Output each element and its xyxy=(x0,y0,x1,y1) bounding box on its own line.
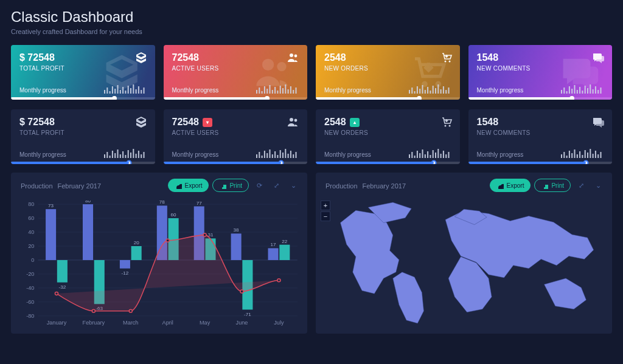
chevron-down-icon[interactable]: ⌄ xyxy=(591,179,605,192)
world-map[interactable] xyxy=(322,198,606,328)
progress-bar[interactable] xyxy=(316,162,460,164)
svg-rect-46 xyxy=(427,87,428,94)
svg-rect-185 xyxy=(279,245,290,260)
svg-rect-26 xyxy=(264,86,265,94)
svg-rect-81 xyxy=(130,153,131,158)
stat-card-users[interactable]: 72548 ACTIVE USERS Monthly progress xyxy=(164,45,308,100)
stat-label: TOTAL PROFIT xyxy=(19,129,147,136)
svg-text:-40: -40 xyxy=(26,285,34,291)
svg-rect-104 xyxy=(411,152,412,158)
progress-bar[interactable] xyxy=(164,162,308,164)
svg-rect-115 xyxy=(440,154,441,158)
stat-card-comments[interactable]: 1548 NEW COMMENTS Monthly progress xyxy=(468,109,613,164)
stat-value: 1548 xyxy=(477,117,604,128)
stat-value: 2548 xyxy=(324,52,451,63)
progress-bar[interactable] xyxy=(468,162,613,164)
progress-bar[interactable] xyxy=(316,97,460,100)
svg-rect-59 xyxy=(571,89,573,94)
page-subtitle: Creatively crafted Dashboard for your ne… xyxy=(11,28,612,35)
svg-rect-79 xyxy=(125,155,126,158)
svg-point-193 xyxy=(240,290,243,293)
stat-card-comments[interactable]: 1548 NEW COMMENTS Monthly progress xyxy=(468,45,613,100)
stat-card-orders[interactable]: 2548▴ NEW ORDERS Monthly progress xyxy=(316,109,460,164)
svg-rect-110 xyxy=(427,151,428,158)
svg-rect-103 xyxy=(409,154,410,158)
svg-rect-18 xyxy=(133,84,134,94)
stat-card-orders[interactable]: 2548 NEW ORDERS Monthly progress xyxy=(316,45,460,100)
export-button[interactable]: Export xyxy=(490,179,531,192)
boxes-icon xyxy=(134,51,148,67)
svg-rect-113 xyxy=(435,153,436,158)
svg-rect-88 xyxy=(259,152,260,158)
svg-rect-98 xyxy=(285,149,286,158)
svg-rect-12 xyxy=(117,85,118,94)
progress-bar[interactable] xyxy=(164,97,308,100)
progress-bar[interactable] xyxy=(468,97,613,100)
stat-label: NEW ORDERS xyxy=(324,129,451,136)
stat-card-profit[interactable]: $ 72548 TOTAL PROFIT Monthly progress xyxy=(11,109,155,164)
monthly-progress-label: Monthly progress xyxy=(19,151,66,158)
svg-rect-65 xyxy=(587,88,588,94)
cart-icon xyxy=(439,51,453,67)
svg-rect-70 xyxy=(600,88,602,94)
svg-rect-64 xyxy=(585,86,586,94)
svg-rect-87 xyxy=(256,154,257,158)
svg-text:May: May xyxy=(200,320,211,326)
svg-rect-117 xyxy=(445,154,447,158)
svg-rect-83 xyxy=(135,154,136,158)
svg-rect-53 xyxy=(445,90,447,94)
svg-rect-47 xyxy=(430,91,431,94)
svg-rect-21 xyxy=(141,90,142,94)
production-map-panel: Production February 2017 Export Print ⤢ … xyxy=(316,173,612,334)
svg-text:20: 20 xyxy=(134,240,140,246)
svg-text:February: February xyxy=(83,320,105,326)
caret-up-icon: ▴ xyxy=(350,118,360,127)
sparkline xyxy=(561,83,604,94)
svg-rect-33 xyxy=(282,88,284,94)
print-button[interactable]: Print xyxy=(212,179,249,192)
svg-text:77: 77 xyxy=(197,201,203,205)
svg-rect-86 xyxy=(143,152,144,158)
cart-icon xyxy=(439,115,453,131)
svg-rect-25 xyxy=(262,91,263,94)
svg-rect-91 xyxy=(266,153,268,158)
monthly-progress-label: Monthly progress xyxy=(477,87,524,94)
expand-icon[interactable]: ⤢ xyxy=(574,179,588,192)
svg-rect-132 xyxy=(595,151,596,158)
svg-rect-119 xyxy=(561,154,562,158)
panel-period: February 2017 xyxy=(362,182,406,190)
stat-label: TOTAL PROFIT xyxy=(19,65,147,72)
svg-rect-116 xyxy=(442,151,444,158)
svg-rect-89 xyxy=(262,156,263,158)
page-title: Classic Dashboard xyxy=(11,9,612,26)
stat-card-users[interactable]: 72548▾ ACTIVE USERS Monthly progress xyxy=(164,109,308,164)
svg-point-194 xyxy=(277,279,280,282)
svg-text:-12: -12 xyxy=(122,270,129,276)
chevron-down-icon[interactable]: ⌄ xyxy=(287,179,300,192)
svg-rect-107 xyxy=(419,153,420,158)
svg-rect-24 xyxy=(259,88,260,94)
progress-bar[interactable] xyxy=(11,162,155,164)
stat-card-profit[interactable]: $ 72548 TOTAL PROFIT Monthly progress xyxy=(11,45,155,100)
svg-rect-118 xyxy=(448,152,449,158)
svg-rect-123 xyxy=(571,153,573,158)
monthly-progress-label: Monthly progress xyxy=(324,87,371,94)
svg-rect-66 xyxy=(590,84,591,94)
caret-down-icon: ▾ xyxy=(203,118,212,127)
svg-text:April: April xyxy=(162,320,173,326)
svg-rect-133 xyxy=(597,154,599,158)
svg-rect-75 xyxy=(114,153,116,158)
refresh-icon[interactable]: ⟳ xyxy=(252,179,266,192)
svg-rect-121 xyxy=(566,156,568,158)
print-button[interactable]: Print xyxy=(534,179,571,192)
sparkline xyxy=(256,83,299,94)
boxes-icon xyxy=(134,115,148,131)
expand-icon[interactable]: ⤢ xyxy=(270,179,283,192)
svg-text:March: March xyxy=(123,320,138,326)
svg-rect-42 xyxy=(416,86,417,94)
svg-rect-61 xyxy=(577,90,578,94)
progress-bar[interactable] xyxy=(11,97,155,100)
svg-rect-9 xyxy=(109,91,110,94)
export-button[interactable]: Export xyxy=(168,179,209,192)
svg-rect-30 xyxy=(274,87,276,94)
